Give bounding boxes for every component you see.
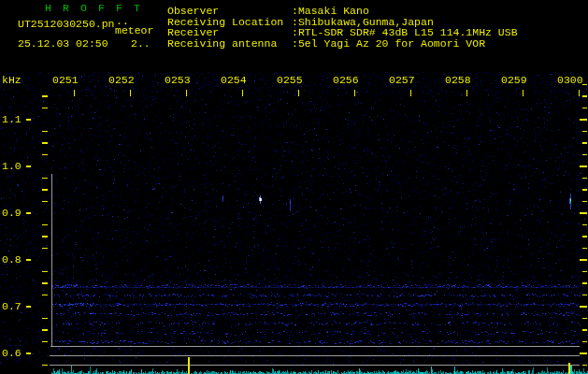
freq-tick-left bbox=[42, 154, 48, 156]
freq-tick-right bbox=[582, 154, 587, 156]
freq-tick-right bbox=[582, 295, 587, 296]
time-tick bbox=[186, 90, 188, 96]
freq-tick-right bbox=[582, 84, 587, 86]
freq-tick-left bbox=[42, 142, 48, 144]
time-tick bbox=[354, 90, 356, 96]
freq-tick-right bbox=[582, 248, 587, 250]
time-label: 0253 bbox=[165, 75, 191, 86]
level-strip-line-1 bbox=[50, 355, 580, 356]
level-spike-marker bbox=[568, 363, 570, 374]
freq-tick-left bbox=[42, 189, 48, 191]
spectrogram-canvas bbox=[0, 0, 588, 374]
time-label: 0258 bbox=[445, 75, 471, 86]
time-tick bbox=[579, 90, 581, 96]
freq-tick-left bbox=[42, 318, 48, 320]
time-tick bbox=[523, 90, 524, 96]
time-label: 0300 bbox=[557, 75, 583, 86]
freq-tick-right bbox=[582, 271, 587, 273]
time-tick bbox=[242, 90, 244, 96]
freq-tick-left bbox=[42, 365, 48, 367]
freq-tick-left bbox=[26, 212, 31, 214]
time-tick bbox=[298, 90, 300, 96]
freq-tick-right bbox=[582, 236, 587, 237]
time-tick bbox=[74, 90, 76, 96]
freq-tick-left bbox=[26, 259, 31, 261]
freq-tick-left bbox=[42, 282, 48, 284]
freq-tick-left bbox=[42, 178, 48, 180]
freq-tick-left bbox=[42, 236, 48, 237]
time-label: 0257 bbox=[389, 75, 415, 86]
freq-label: 0.8 bbox=[2, 254, 22, 266]
filename-overlay-meteor: meteor bbox=[115, 25, 153, 36]
count-label: 2.. bbox=[131, 38, 151, 50]
freq-tick-right bbox=[582, 282, 587, 284]
freq-tick-left bbox=[26, 352, 31, 354]
freq-tick-right bbox=[580, 306, 587, 308]
filename-label: UT2512030250.pn bbox=[18, 19, 115, 30]
freq-tick-right bbox=[582, 224, 587, 226]
freq-label: 1.1 bbox=[2, 114, 22, 125]
time-tick bbox=[466, 90, 468, 96]
freq-tick-right bbox=[582, 341, 587, 343]
freq-tick-left bbox=[26, 306, 31, 308]
freq-tick-left bbox=[42, 131, 48, 133]
freq-tick-right bbox=[582, 178, 587, 180]
freq-tick-left bbox=[42, 201, 48, 203]
freq-tick-right bbox=[580, 119, 587, 121]
freq-tick-right bbox=[582, 329, 587, 331]
freq-label: 0.7 bbox=[2, 301, 22, 312]
time-label: 0256 bbox=[333, 75, 359, 86]
freq-tick-right bbox=[580, 212, 587, 214]
freq-tick-left bbox=[42, 329, 48, 331]
time-label: 0252 bbox=[108, 75, 135, 86]
freq-tick-right bbox=[582, 131, 587, 133]
time-label: 0259 bbox=[501, 75, 527, 86]
freq-label: 1.0 bbox=[2, 161, 22, 172]
time-label: 0251 bbox=[52, 75, 79, 86]
level-cursor-marker bbox=[188, 357, 190, 374]
freq-tick-left bbox=[42, 108, 48, 109]
freq-tick-right bbox=[580, 165, 587, 167]
time-label: 0255 bbox=[277, 75, 303, 86]
freq-tick-left bbox=[42, 95, 48, 97]
hrofft-screen: { "header": { "title": "H R O F F T", "f… bbox=[0, 0, 588, 374]
time-tick bbox=[410, 90, 412, 96]
freq-label: 0.9 bbox=[2, 208, 22, 219]
info-value: :5el Yagi Az 20 for Aomori VOR bbox=[292, 38, 485, 50]
freq-tick-right bbox=[582, 189, 587, 191]
freq-tick-left bbox=[42, 248, 48, 250]
time-label: 0254 bbox=[221, 75, 247, 86]
freq-tick-left bbox=[26, 119, 31, 121]
level-strip-line-2 bbox=[50, 365, 580, 366]
freq-tick-right bbox=[582, 201, 587, 203]
freq-tick-right bbox=[580, 352, 587, 354]
freq-tick-right bbox=[582, 142, 587, 144]
app-title: H R O F F T bbox=[45, 3, 143, 14]
datetime-label: 25.12.03 02:50 bbox=[18, 38, 108, 50]
freq-label: 0.6 bbox=[2, 348, 22, 359]
freq-tick-right bbox=[582, 108, 587, 109]
freq-tick-left bbox=[26, 165, 31, 167]
freq-unit-label: kHz bbox=[2, 75, 22, 86]
freq-tick-left bbox=[42, 224, 48, 226]
spectrogram-bottom-border bbox=[50, 346, 580, 347]
freq-tick-right bbox=[582, 318, 587, 320]
freq-tick-left bbox=[42, 271, 48, 273]
freq-tick-left bbox=[42, 295, 48, 296]
time-tick bbox=[130, 90, 132, 96]
freq-tick-right bbox=[580, 259, 587, 261]
info-label: Receiving antenna bbox=[167, 38, 277, 50]
freq-tick-right bbox=[582, 365, 587, 367]
freq-tick-right bbox=[582, 95, 587, 97]
freq-tick-left bbox=[42, 341, 48, 343]
counting-box-left-border bbox=[51, 174, 52, 346]
